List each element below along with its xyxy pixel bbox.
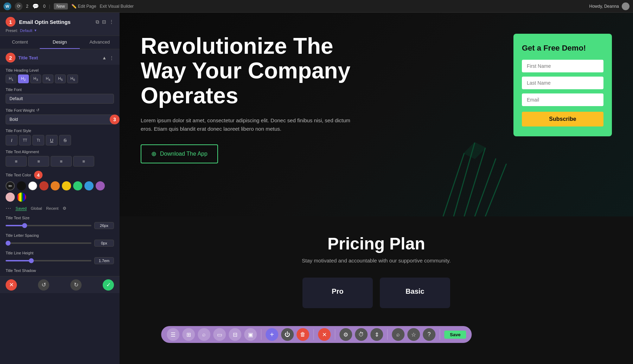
letter-spacing-thumb[interactable] [6,241,11,246]
toolbar-star-btn[interactable]: ☆ [407,328,420,341]
redo-button[interactable]: ↻ [70,279,82,291]
wordpress-icon[interactable]: W [4,2,11,10]
toolbar-power-btn[interactable]: ⏻ [281,328,294,341]
last-name-input[interactable] [522,77,603,89]
toolbar-grid-btn[interactable]: ⊞ [182,328,195,341]
align-right-btn[interactable]: ≡ [51,156,72,167]
color-custom[interactable] [17,193,26,202]
title-font-select[interactable]: Default Arial Georgia [6,94,114,104]
columns-icon[interactable]: ⊟ [102,19,106,25]
subscribe-button[interactable]: Subscribe [522,112,603,126]
section-more-icon[interactable]: ⋮ [109,55,114,60]
exit-builder-link[interactable]: Exit Visual Builder [100,4,134,9]
toolbar-history-btn[interactable]: ⏱ [355,328,367,341]
hero-title: Revolutionize The Way Your Company Opera… [141,34,352,108]
color-pink[interactable] [6,193,15,202]
pricing-cards: Pro Basic [141,278,612,308]
underline-btn[interactable]: U [46,135,58,145]
color-yellow[interactable] [62,181,71,190]
color-tab-recent[interactable]: Recent [46,206,58,210]
tab-design[interactable]: Design [40,36,79,49]
color-orange[interactable] [51,181,60,190]
heading-level-buttons: H1 H2 H3 H4 H5 H6 [6,74,114,83]
align-center-btn[interactable]: ≡ [28,156,49,167]
color-black[interactable] [17,181,26,190]
email-input[interactable] [522,93,603,106]
heading-level-row: Title Heading Level H1 H2 H3 H4 H5 H6 [6,68,114,83]
h4-btn[interactable]: H4 [43,74,53,83]
h2-btn[interactable]: H2 [18,74,29,83]
pricing-title: Pricing Plan [141,234,612,253]
line-height-thumb[interactable] [29,258,34,263]
line-height-track[interactable] [6,260,91,261]
site-icon[interactable]: ⟳ [15,2,23,10]
undo-button[interactable]: ↺ [38,279,49,291]
h1-btn[interactable]: H1 [6,74,17,83]
toolbar-search-btn[interactable]: ⌕ [198,328,210,341]
font-weight-row: Title Font Weight ↺ 3 [6,108,114,124]
user-avatar[interactable] [622,2,629,10]
color-pencil[interactable]: ✏ [6,181,15,190]
text-color-label: Title Text Color [6,173,31,177]
title-font-row: Title Font Default Arial Georgia [6,87,114,104]
copy-icon[interactable]: ⧉ [96,19,99,25]
confirm-button[interactable]: ✓ [103,279,114,291]
toolbar-desktop-btn[interactable]: ▭ [213,328,226,341]
h3-btn[interactable]: H3 [30,74,41,83]
tab-advanced[interactable]: Advanced [80,36,120,49]
tab-content[interactable]: Content [0,36,40,49]
color-tab-global[interactable]: Global [31,206,42,210]
svg-marker-5 [464,143,485,158]
comments-icon[interactable]: 💬 [32,2,40,10]
tt-btn[interactable]: TT [19,135,31,145]
save-button[interactable]: Save [444,331,466,339]
sidebar-tabs: Content Design Advanced [0,36,120,49]
edit-page-link[interactable]: ✏️ Edit Page [71,4,96,9]
new-button[interactable]: New [54,3,68,9]
align-justify-btn[interactable]: ≡ [73,156,94,167]
more-icon[interactable]: ⋮ [109,19,114,25]
toolbar-add-btn[interactable]: + [266,328,278,341]
toolbar-columns-btn[interactable]: ⇕ [370,328,383,341]
text-size-thumb[interactable] [22,223,27,228]
bottom-bar: ✕ ↺ ↻ ✓ [0,276,120,293]
color-green[interactable] [73,181,82,190]
letter-spacing-value[interactable] [94,240,114,247]
color-white[interactable] [28,181,37,190]
hero-description: Lorem ipsum dolor sit amet, consectetur … [141,116,352,133]
first-name-input[interactable] [522,60,603,72]
toolbar-tablet-btn[interactable]: ⊟ [229,328,241,341]
toolbar-mobile-btn[interactable]: ▣ [244,328,257,341]
refresh-icon[interactable]: ↺ [36,108,39,112]
text-size-track[interactable] [6,225,91,226]
align-left-btn[interactable]: ≡ [6,156,27,167]
close-button[interactable]: ✕ [6,279,17,291]
collapse-icon[interactable]: ▲ [102,55,107,60]
toolbar-menu-btn[interactable]: ☰ [167,328,179,341]
color-blue[interactable] [84,181,94,190]
toolbar-delete-btn[interactable]: 🗑 [296,328,309,341]
letter-spacing-track[interactable] [6,242,91,244]
toolbar-settings-btn[interactable]: ⚙ [339,328,352,341]
step-2-badge: 2 [6,53,15,63]
preset-value[interactable]: Default [20,28,32,33]
toolbar-close-btn[interactable]: ✕ [318,328,331,341]
toolbar-help-btn[interactable]: ? [423,328,435,341]
preset-arrow[interactable]: ▾ [34,28,37,33]
color-settings-icon[interactable]: ⚙ [63,206,66,211]
italic-btn[interactable]: I [6,135,18,145]
three-dots[interactable]: ··· [6,205,11,212]
download-app-button[interactable]: ⊕ Download The App [141,144,218,163]
text-size-value[interactable] [94,222,114,229]
font-weight-input[interactable] [6,115,114,124]
line-height-value[interactable] [94,257,114,264]
color-tab-saved[interactable]: Saved [15,206,26,211]
download-label: Download The App [160,151,207,157]
tt2-btn[interactable]: Tt [32,135,44,145]
h6-btn[interactable]: H6 [67,74,78,83]
color-purple[interactable] [96,181,105,190]
h5-btn[interactable]: H5 [55,74,66,83]
color-darkred[interactable] [39,181,49,190]
strikethrough-btn[interactable]: S [59,135,71,145]
toolbar-zoom-btn[interactable]: ⌕ [392,328,404,341]
